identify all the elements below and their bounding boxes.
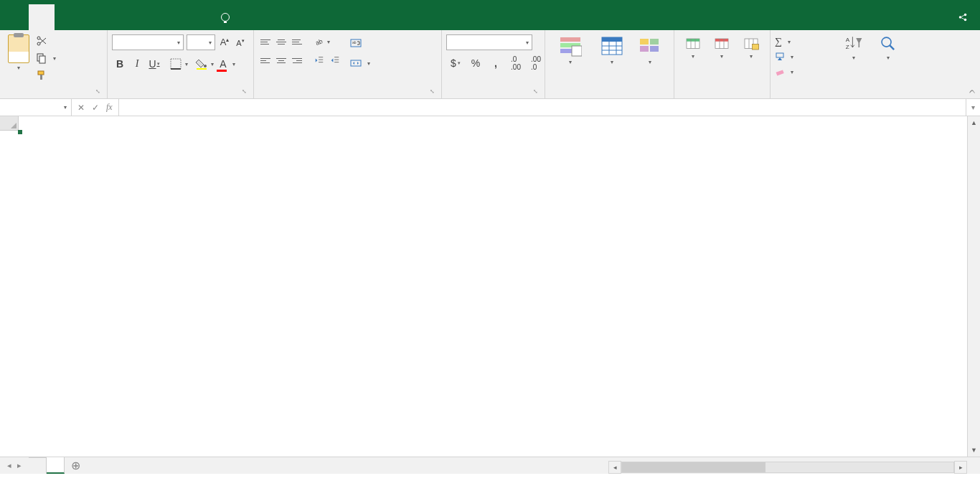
tab-file[interactable]: [0, 4, 29, 30]
formula-input[interactable]: [119, 99, 966, 116]
tab-data[interactable]: [132, 4, 158, 30]
tab-view[interactable]: [184, 4, 209, 30]
active-cell-outline: [19, 131, 22, 134]
conditional-formatting-icon: [559, 34, 582, 57]
conditional-formatting-button[interactable]: ▾: [550, 33, 591, 65]
borders-button[interactable]: [168, 56, 184, 72]
svg-rect-32: [602, 37, 622, 42]
sort-filter-button[interactable]: AZ ▾: [837, 33, 871, 61]
font-name-select[interactable]: ▾: [112, 34, 184, 50]
dialog-launcher-icon[interactable]: ⤡: [532, 88, 539, 95]
chevron-down-icon[interactable]: ▾: [211, 61, 214, 67]
font-size-select[interactable]: ▾: [187, 34, 215, 50]
delete-button[interactable]: ▾: [707, 33, 736, 60]
vertical-scrollbar[interactable]: ▲ ▼: [967, 116, 980, 457]
merge-center-button[interactable]: ▾: [350, 55, 370, 72]
bold-button[interactable]: B: [112, 56, 128, 72]
decrease-indent-button[interactable]: [311, 53, 326, 67]
increase-indent-button[interactable]: [327, 53, 341, 67]
number-format-select[interactable]: ▾: [446, 34, 532, 50]
tab-pagelayout[interactable]: [80, 4, 106, 30]
sheet-tab-name-list[interactable]: [29, 457, 47, 474]
group-label-editing: [775, 94, 910, 97]
tab-home[interactable]: [29, 4, 55, 30]
expand-formula-bar-button[interactable]: ▾: [966, 99, 980, 116]
format-as-table-button[interactable]: ▾: [591, 33, 633, 65]
new-sheet-button[interactable]: ⊕: [65, 457, 86, 474]
prev-sheet-button[interactable]: ◂: [7, 461, 11, 470]
svg-point-0: [959, 16, 962, 19]
italic-button[interactable]: I: [129, 56, 145, 72]
chevron-down-icon[interactable]: ▾: [327, 39, 330, 45]
group-label-cells: [679, 94, 765, 97]
align-right-button[interactable]: [290, 53, 304, 67]
fill-button[interactable]: ▾: [775, 50, 837, 64]
share-button[interactable]: [958, 4, 971, 30]
autosum-button[interactable]: ∑▾: [775, 34, 837, 49]
find-select-button[interactable]: ▾: [871, 33, 905, 61]
svg-point-5: [37, 42, 40, 45]
percent-format-button[interactable]: %: [466, 55, 485, 72]
accounting-format-button[interactable]: $▾: [446, 55, 465, 72]
align-top-button[interactable]: [258, 34, 273, 49]
dialog-launcher-icon[interactable]: ⤡: [240, 88, 248, 95]
chevron-down-icon[interactable]: ▾: [232, 61, 235, 67]
sheet-tab-phone-numbers[interactable]: [47, 457, 65, 474]
next-sheet-button[interactable]: ▸: [17, 461, 22, 470]
fill-color-button[interactable]: [194, 56, 209, 72]
svg-text:A: A: [846, 37, 850, 43]
paste-button[interactable]: ▾: [4, 33, 33, 71]
align-left-button[interactable]: [258, 53, 273, 67]
scissors-icon: [36, 35, 47, 47]
dialog-launcher-icon[interactable]: ⤡: [94, 88, 101, 95]
decrease-font-button[interactable]: A▾: [234, 38, 247, 47]
svg-line-3: [961, 15, 964, 17]
cell-styles-icon: [639, 34, 661, 57]
align-middle-button[interactable]: [274, 34, 288, 49]
paintbrush-icon: [36, 70, 47, 81]
group-label-number: ⤡: [446, 94, 540, 97]
comma-format-button[interactable]: ,: [486, 55, 505, 72]
tell-me-search[interactable]: [221, 4, 234, 30]
select-all-corner[interactable]: [0, 116, 19, 131]
horizontal-scrollbar[interactable]: ◂ ▸: [608, 461, 967, 474]
svg-rect-26: [351, 60, 361, 66]
group-label-clipboard: ⤡: [4, 94, 103, 97]
cell-styles-button[interactable]: ▾: [633, 33, 667, 65]
align-center-button[interactable]: [274, 53, 288, 67]
orientation-button[interactable]: ab: [311, 34, 326, 49]
spreadsheet-grid[interactable]: ▲ ▼: [0, 116, 980, 457]
clear-button[interactable]: ▾: [775, 65, 837, 79]
wrap-text-button[interactable]: ab: [350, 34, 370, 52]
format-painter-button[interactable]: [36, 67, 56, 83]
tab-review[interactable]: [158, 4, 184, 30]
chevron-down-icon: ▾: [53, 55, 56, 62]
chevron-down-icon[interactable]: ▾: [185, 61, 188, 67]
collapse-ribbon-button[interactable]: ᨈ: [969, 86, 976, 95]
name-box[interactable]: ▾: [0, 99, 72, 116]
insert-function-button[interactable]: fx: [106, 102, 113, 113]
increase-decimal-button[interactable]: .0.00: [507, 55, 525, 72]
enter-formula-button[interactable]: ✓: [92, 103, 99, 113]
font-color-button[interactable]: A: [215, 56, 231, 72]
align-bottom-button[interactable]: [290, 34, 304, 49]
scroll-right-button[interactable]: ▸: [954, 461, 967, 474]
tab-insert[interactable]: [55, 4, 80, 30]
insert-button[interactable]: ▾: [679, 33, 707, 60]
share-icon: [958, 12, 968, 22]
svg-rect-52: [752, 45, 758, 50]
copy-button[interactable]: ▾: [36, 50, 56, 66]
cancel-formula-button[interactable]: ✕: [77, 103, 85, 113]
svg-rect-11: [38, 71, 44, 75]
cut-button[interactable]: [36, 33, 56, 49]
decrease-decimal-button[interactable]: .00.0: [527, 55, 545, 72]
format-button[interactable]: ▾: [737, 33, 765, 60]
scroll-up-button[interactable]: ▲: [968, 116, 980, 129]
scroll-left-button[interactable]: ◂: [608, 461, 621, 474]
paste-icon: [8, 34, 29, 63]
tab-formulas[interactable]: [106, 4, 132, 30]
underline-button[interactable]: U▾: [146, 56, 162, 72]
dialog-launcher-icon[interactable]: ⤡: [428, 88, 435, 95]
scroll-down-button[interactable]: ▼: [968, 444, 980, 457]
increase-font-button[interactable]: A▴: [218, 37, 231, 47]
